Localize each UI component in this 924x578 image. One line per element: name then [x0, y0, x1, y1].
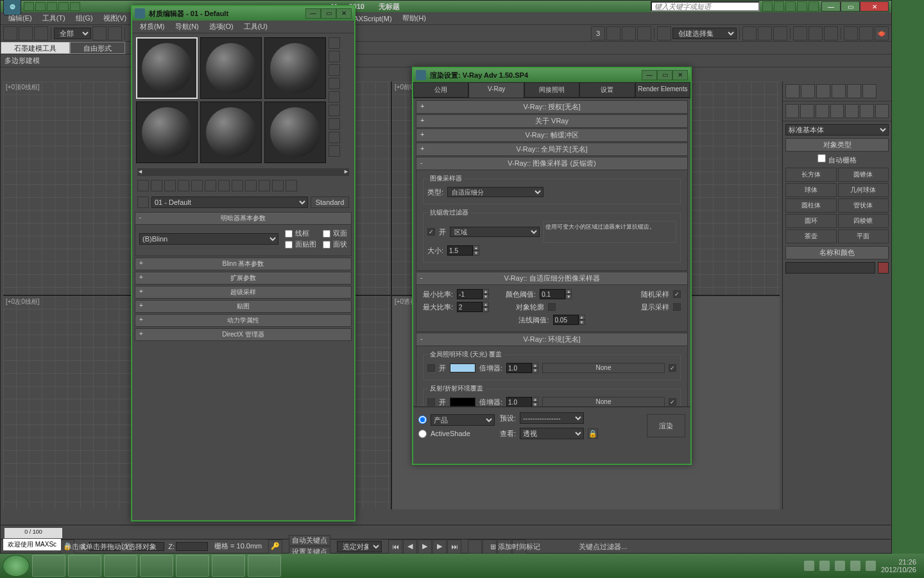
mat-menu-material[interactable]: 材质(M)	[135, 21, 170, 33]
sample-slot-3[interactable]	[264, 37, 326, 99]
mat-minimize-button[interactable]: —	[305, 8, 321, 19]
select-name-icon[interactable]	[108, 26, 122, 40]
show-map-icon[interactable]	[245, 180, 257, 191]
named-selection-dropdown[interactable]: 创建选择集	[672, 28, 737, 39]
material-editor-icon[interactable]	[824, 26, 838, 40]
viewport-label-left[interactable]: [+0左0线框]	[6, 297, 40, 306]
object-outline-checkbox[interactable]	[548, 303, 556, 311]
color-thresh-spinner[interactable]: ▲▼	[540, 289, 572, 299]
dynamics-header[interactable]: 动力学属性	[135, 314, 352, 327]
make-copy-icon[interactable]	[191, 180, 203, 191]
helpers-icon[interactable]	[845, 104, 859, 118]
put-to-scene-icon[interactable]	[151, 180, 162, 191]
facemap-checkbox[interactable]: 面贴图	[285, 240, 316, 249]
ribbon-tab-graphite[interactable]: 石墨建模工具	[1, 42, 70, 54]
maps-header[interactable]: 贴图	[135, 300, 352, 313]
prim-plane-button[interactable]: 平面	[838, 229, 889, 243]
randomize-checkbox[interactable]	[673, 290, 681, 298]
refl-env-color-swatch[interactable]	[450, 398, 475, 407]
material-editor-titlebar[interactable]: 材质编辑器 - 01 - Default — ▭ ✕	[132, 6, 354, 21]
faceted-checkbox[interactable]: 面状	[323, 240, 347, 249]
taskbar-app-3[interactable]	[104, 555, 137, 577]
activeshade-radio[interactable]	[418, 430, 427, 438]
prim-geosphere-button[interactable]: 几何球体	[838, 183, 889, 197]
ribbon-tab-freeform[interactable]: 自由形式	[70, 42, 125, 54]
create-tab-icon[interactable]	[785, 84, 800, 98]
prim-cylinder-button[interactable]: 圆柱体	[785, 198, 837, 213]
vray-framebuffer-header[interactable]: +V-Ray:: 帧缓冲区	[416, 128, 688, 142]
sample-slot-5[interactable]	[200, 101, 262, 163]
geometry-icon[interactable]	[785, 104, 799, 118]
gi-env-on-checkbox[interactable]	[427, 364, 435, 372]
prim-tube-button[interactable]: 管状体	[838, 198, 889, 213]
reset-map-icon[interactable]	[178, 180, 189, 191]
production-dropdown[interactable]: 产品	[431, 414, 495, 426]
render-setup-titlebar[interactable]: 渲染设置: V-Ray Adv 1.50.SP4 — ▭ ✕	[413, 68, 690, 82]
key-icon[interactable]	[774, 1, 784, 12]
view-lock-icon[interactable]: 🔒	[588, 428, 598, 439]
show-end-result-icon[interactable]	[259, 180, 270, 191]
bind-spacewarp-icon[interactable]	[34, 26, 48, 40]
hierarchy-tab-icon[interactable]	[816, 84, 830, 98]
timeline-frame-indicator[interactable]: 0 / 100	[4, 528, 62, 538]
qat-new-icon[interactable]	[24, 2, 34, 11]
min-rate-spinner[interactable]: ▲▼	[457, 289, 489, 299]
render-close-button[interactable]: ✕	[672, 70, 688, 80]
tray-icon-1[interactable]	[804, 561, 814, 571]
sample-scrollbar[interactable]	[137, 168, 349, 176]
normal-thresh-spinner[interactable]: ▲▼	[553, 315, 585, 325]
render-button[interactable]: 渲染	[647, 414, 685, 437]
render-icon[interactable]: 🫖	[875, 26, 889, 40]
get-material-icon[interactable]	[137, 180, 149, 191]
sample-type-icon[interactable]	[329, 37, 340, 49]
utilities-tab-icon[interactable]	[862, 84, 877, 98]
supersampling-header[interactable]: 超级采样	[135, 286, 352, 299]
taskbar-app-4[interactable]	[140, 555, 173, 577]
layers-icon[interactable]	[773, 26, 787, 40]
vray-environment-header[interactable]: -V-Ray:: 环境[无名]	[416, 333, 688, 346]
tab-settings[interactable]: 设置	[579, 82, 635, 98]
link-icon[interactable]	[3, 26, 17, 40]
key-filters-button[interactable]: 关键点过滤器...	[579, 542, 627, 552]
help-search-input[interactable]	[651, 1, 760, 12]
tray-icon-3[interactable]	[835, 561, 845, 571]
shader-type-dropdown[interactable]: (B)Blinn	[139, 233, 278, 245]
render-setup-icon[interactable]	[844, 26, 858, 40]
taskbar-app-5[interactable]	[212, 555, 245, 577]
mat-menu-utilities[interactable]: 工具(U)	[239, 21, 273, 33]
prim-cone-button[interactable]: 圆锥体	[838, 168, 889, 182]
options-icon[interactable]	[329, 118, 340, 130]
sample-slot-6[interactable]	[264, 101, 326, 163]
refl-env-on-checkbox[interactable]	[427, 398, 435, 406]
motion-tab-icon[interactable]	[832, 84, 846, 98]
lights-icon[interactable]	[816, 104, 829, 118]
cameras-icon[interactable]	[830, 104, 844, 118]
prim-teapot-button[interactable]: 茶壶	[785, 229, 837, 243]
tab-common[interactable]: 公用	[413, 82, 468, 98]
tray-volume-icon[interactable]	[866, 561, 876, 571]
vray-about-header[interactable]: +关于 VRay	[416, 114, 688, 128]
directx-manager-header[interactable]: DirectX 管理器	[135, 328, 352, 341]
comm-center-icon[interactable]	[785, 1, 796, 12]
vray-image-sampler-header[interactable]: -V-Ray:: 图像采样器 (反锯齿)	[416, 157, 688, 170]
two-sided-checkbox[interactable]: 双面	[323, 229, 347, 238]
mirror-icon[interactable]	[742, 26, 757, 40]
align-icon[interactable]	[758, 26, 772, 40]
minimize-button[interactable]: —	[821, 1, 841, 12]
menu-help[interactable]: 帮助(H)	[397, 12, 431, 24]
pick-material-icon[interactable]	[137, 197, 149, 208]
mat-menu-navigation[interactable]: 导航(N)	[170, 21, 204, 33]
start-button[interactable]	[3, 555, 30, 577]
material-name-dropdown[interactable]: 01 - Default	[151, 197, 308, 208]
named-sets-edit-icon[interactable]	[657, 26, 671, 40]
prim-torus-button[interactable]: 圆环	[785, 214, 837, 228]
render-minimize-button[interactable]: —	[642, 70, 657, 80]
view-dropdown[interactable]: 透视	[520, 428, 584, 439]
video-color-check-icon[interactable]	[329, 91, 340, 103]
selection-filter-dropdown[interactable]: 全部	[54, 28, 91, 39]
aa-size-spinner[interactable]: ▲▼	[447, 245, 479, 256]
autogrid-checkbox[interactable]: 自动栅格	[817, 156, 856, 164]
make-unique-icon[interactable]	[205, 180, 216, 191]
assign-to-selection-icon[interactable]	[164, 180, 176, 191]
tab-vray[interactable]: V-Ray	[468, 82, 524, 98]
